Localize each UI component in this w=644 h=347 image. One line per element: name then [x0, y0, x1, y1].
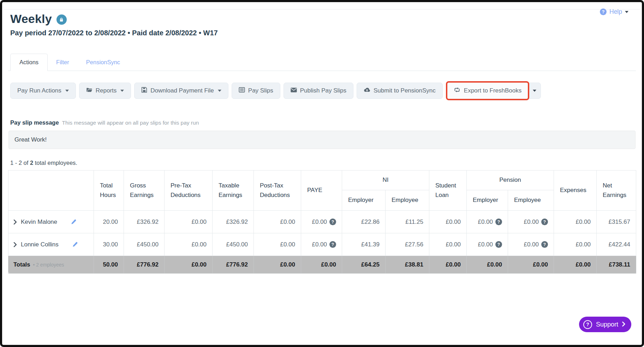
cell-post-tax-deductions: £0.00	[254, 233, 301, 256]
cell-taxable-earnings: £450.00	[213, 233, 254, 256]
publish-pay-slips-label: Publish Pay Slips	[300, 87, 346, 94]
cell-net-earnings: £422.44	[597, 233, 636, 256]
save-icon	[141, 87, 147, 95]
cell-student-loan: £0.00	[429, 211, 467, 233]
question-circle-icon: ?	[583, 320, 592, 329]
tab-actions[interactable]: Actions	[10, 54, 48, 71]
summary-suffix: total employees.	[35, 160, 77, 166]
cell-pre-tax-deductions: £0.00	[165, 211, 213, 233]
cell-total-hours: 20.00	[94, 211, 124, 233]
question-badge-icon[interactable]: ?	[541, 241, 548, 248]
chevron-down-icon	[120, 90, 124, 92]
cloud-upload-icon	[364, 87, 370, 94]
help-menu[interactable]: ? Help	[600, 8, 628, 16]
submit-to-pensionsync-label: Submit to PensionSync	[374, 87, 436, 94]
export-dropdown-button[interactable]	[528, 83, 541, 99]
envelope-icon	[291, 87, 297, 94]
question-badge-icon[interactable]: ?	[329, 241, 336, 248]
cell-ni-employer: £41.39	[342, 233, 386, 256]
employee-name-cell: Lonnie Collins	[8, 233, 94, 256]
pay-run-actions-button[interactable]: Pay Run Actions	[10, 83, 76, 99]
cell-ni-employer: £22.86	[342, 211, 386, 233]
total-ni-employer: £64.25	[342, 256, 386, 274]
payslip-message-label: Pay slip message	[10, 119, 59, 126]
col-gross-earnings: Gross Earnings	[124, 170, 165, 211]
publish-pay-slips-button[interactable]: Publish Pay Slips	[284, 83, 353, 99]
chevron-right-icon	[622, 321, 625, 328]
cell-gross-earnings: £450.00	[124, 233, 165, 256]
expand-row-icon[interactable]	[13, 242, 17, 247]
cell-student-loan: £0.00	[429, 233, 467, 256]
col-pension-employer: Employer	[467, 190, 508, 211]
download-payment-file-label: Download Payment File	[150, 87, 214, 94]
question-badge-icon[interactable]: ?	[495, 219, 502, 225]
app-window: ? Help Weekly Pay period 27/07/2022 to 2…	[0, 0, 644, 347]
summary-count: 2	[30, 160, 33, 166]
tab-pensionsync[interactable]: PensionSync	[78, 54, 129, 71]
payslip-message-hint: This message will appear on all pay slip…	[62, 120, 199, 126]
cell-expenses: £0.00	[554, 233, 597, 256]
col-ni-employer: Employer	[342, 190, 386, 211]
export-to-freshbooks-label: Export to FreshBooks	[464, 87, 521, 94]
export-to-freshbooks-button[interactable]: Export to FreshBooks	[446, 81, 529, 100]
page-content: ? Help Weekly Pay period 27/07/2022 to 2…	[2, 2, 642, 345]
cell-pension-employee-value: £0.00	[524, 219, 539, 226]
cell-pension-employer: £0.00?	[467, 233, 508, 256]
page-header: Weekly	[10, 12, 636, 26]
tab-filter[interactable]: Filter	[48, 54, 78, 71]
col-total-hours: Total Hours	[94, 170, 124, 211]
expand-row-icon[interactable]	[13, 220, 17, 225]
totals-label-cell: Totals • 2 employees	[8, 256, 94, 274]
employee-row: Kevin Malone 20.00 £326.92 £0.00 £326.92…	[8, 211, 636, 233]
cell-pension-employee: £0.00?	[508, 233, 554, 256]
lock-icon	[56, 14, 67, 25]
total-taxable-earnings: £776.92	[213, 256, 254, 274]
totals-label: Totals	[13, 261, 30, 268]
col-post-tax-deductions: Post-Tax Deductions	[254, 170, 301, 211]
support-button[interactable]: ? Support	[579, 317, 631, 332]
total-pension-employer: £0.00	[467, 256, 508, 274]
employee-count-summary: 1 - 2 of 2 total employees.	[10, 160, 636, 166]
chevron-down-icon	[625, 11, 628, 13]
cell-paye-value: £0.00	[312, 219, 327, 226]
cell-expenses: £0.00	[554, 211, 597, 233]
col-net-earnings: Net Earnings	[597, 170, 636, 211]
total-pre-tax-deductions: £0.00	[165, 256, 213, 274]
reports-label: Reports	[96, 87, 117, 94]
summary-prefix: 1 - 2 of	[10, 160, 28, 166]
cell-gross-earnings: £326.92	[124, 211, 165, 233]
submit-to-pensionsync-button[interactable]: Submit to PensionSync	[357, 83, 443, 99]
payslip-message-header: Pay slip message This message will appea…	[10, 119, 636, 126]
cell-pension-employer: £0.00?	[467, 211, 508, 233]
cell-net-earnings: £315.67	[597, 211, 636, 233]
cell-post-tax-deductions: £0.00	[254, 211, 301, 233]
cell-pension-employer-value: £0.00	[478, 241, 493, 248]
col-expenses: Expenses	[554, 170, 597, 211]
help-label: Help	[609, 8, 622, 16]
col-ni-employee: Employee	[386, 190, 429, 211]
help-icon: ?	[600, 8, 607, 15]
chevron-down-icon	[65, 90, 69, 92]
cell-total-hours: 30.00	[94, 233, 124, 256]
payslip-message-input[interactable]	[8, 131, 636, 149]
employee-row: Lonnie Collins 30.00 £450.00 £0.00 £450.…	[8, 233, 636, 256]
col-group-ni: NI	[342, 170, 429, 190]
pay-slips-button[interactable]: Pay Slips	[232, 83, 280, 99]
employee-name: Kevin Malone	[21, 219, 57, 226]
question-badge-icon[interactable]: ?	[329, 219, 336, 225]
employee-name-cell: Kevin Malone	[8, 211, 94, 233]
total-expenses: £0.00	[554, 256, 597, 274]
chevron-down-icon	[218, 90, 221, 92]
edit-pencil-icon[interactable]	[71, 219, 77, 225]
cell-paye: £0.00?	[301, 211, 342, 233]
totals-row: Totals • 2 employees 50.00 £776.92 £0.00…	[8, 256, 636, 274]
reports-button[interactable]: Reports	[79, 83, 131, 99]
support-label: Support	[596, 321, 618, 328]
question-badge-icon[interactable]: ?	[495, 241, 502, 248]
cell-pension-employee-value: £0.00	[524, 241, 539, 248]
employee-name: Lonnie Collins	[21, 241, 59, 248]
question-badge-icon[interactable]: ?	[541, 219, 548, 225]
edit-pencil-icon[interactable]	[72, 241, 78, 247]
download-payment-file-button[interactable]: Download Payment File	[134, 83, 228, 99]
col-employee	[8, 170, 94, 211]
